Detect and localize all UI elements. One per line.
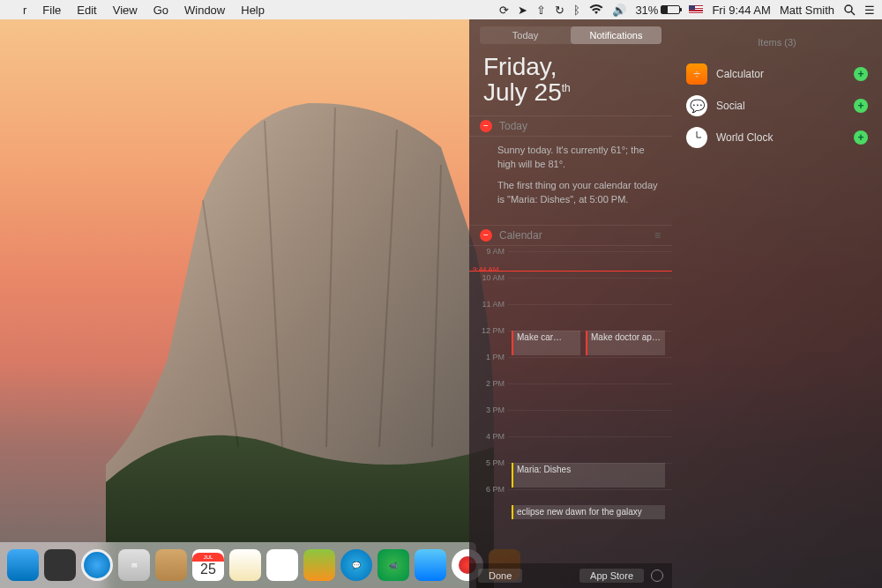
social-icon: 💬 — [686, 95, 707, 116]
nc-today-panel: Today Notifications Friday, July 25th − … — [469, 19, 672, 588]
calculator-icon: ÷ — [686, 63, 707, 85]
dock-contacts[interactable] — [155, 549, 187, 581]
dock-messages[interactable]: 💬 — [340, 549, 372, 581]
item-label: Calculator — [716, 68, 764, 80]
event-eclipse[interactable]: eclipse new dawn for the galaxy — [512, 505, 665, 519]
menu-app[interactable]: r — [23, 4, 26, 17]
calendar-widget-header[interactable]: − Calendar ≡ — [469, 225, 672, 246]
done-button[interactable]: Done — [478, 569, 522, 583]
menu-file[interactable]: File — [42, 4, 61, 17]
nc-footer: Done App Store — [469, 563, 672, 588]
nc-date-heading: Friday, July 25th — [469, 55, 672, 115]
notification-center: Today Notifications Friday, July 25th − … — [469, 19, 882, 588]
volume-icon[interactable]: 🔊 — [612, 4, 626, 17]
item-calculator[interactable]: ÷ Calculator + — [683, 58, 871, 90]
tab-today[interactable]: Today — [480, 26, 571, 44]
item-label: Social — [716, 100, 745, 112]
gear-icon[interactable] — [651, 569, 663, 582]
remove-today-widget[interactable]: − — [480, 120, 492, 132]
add-social-button[interactable]: + — [854, 99, 868, 113]
user-menu[interactable]: Matt Smith — [780, 4, 834, 17]
calendar-widget-title: Calendar — [499, 229, 542, 242]
status-icon[interactable]: ⟳ — [499, 4, 509, 17]
wifi-icon[interactable] — [589, 4, 603, 15]
svg-line-1 — [851, 11, 855, 15]
dock-finder[interactable] — [7, 549, 39, 581]
calendar-summary: The first thing on your calendar today i… — [497, 179, 658, 207]
clock-icon — [686, 127, 707, 148]
weather-summary: Sunny today. It's currently 61°; the hig… — [497, 144, 658, 172]
tab-notifications[interactable]: Notifications — [571, 26, 662, 44]
clock[interactable]: Fri 9:44 AM — [712, 4, 770, 17]
nc-tabs: Today Notifications — [480, 26, 662, 44]
today-widget-title: Today — [499, 120, 527, 132]
sync-icon[interactable]: ↻ — [555, 4, 564, 17]
dock-facetime[interactable]: 📹 — [377, 549, 409, 581]
drag-handle-icon[interactable]: ≡ — [654, 229, 662, 242]
dock-calendar[interactable]: JUL25 — [192, 549, 224, 581]
svg-point-0 — [845, 5, 852, 12]
now-indicator — [469, 271, 672, 272]
battery-status[interactable]: 31% — [635, 4, 680, 17]
dock: ✉ JUL25 💬 📹 — [0, 542, 476, 588]
today-widget-header[interactable]: − Today — [469, 115, 672, 137]
today-widget-body: Sunny today. It's currently 61°; the hig… — [469, 137, 672, 225]
event-make-car[interactable]: Make car… — [512, 331, 580, 355]
menubar: r File Edit View Go Window Help ⟳ ➤ ⇧ ↻ … — [0, 0, 882, 19]
nc-items-panel: Items (3) ÷ Calculator + 💬 Social + Worl… — [672, 19, 882, 588]
upload-icon[interactable]: ⇧ — [536, 4, 546, 17]
dock-reminders[interactable] — [266, 549, 298, 581]
dock-notes[interactable] — [229, 549, 261, 581]
dock-safari[interactable] — [81, 549, 113, 581]
menu-view[interactable]: View — [113, 4, 138, 17]
item-world-clock[interactable]: World Clock + — [683, 122, 871, 153]
dock-photobooth[interactable] — [415, 549, 446, 581]
remove-calendar-widget[interactable]: − — [480, 229, 492, 242]
calendar-widget-body: 9 AM 9:44 AM 10 AM 11 AM 12 PM Make car…… — [469, 246, 672, 563]
menu-help[interactable]: Help — [241, 4, 265, 17]
items-header: Items (3) — [683, 26, 871, 58]
location-icon[interactable]: ➤ — [518, 4, 527, 17]
event-maria-dishes[interactable]: Maria: Dishes — [512, 463, 665, 488]
menu-go[interactable]: Go — [153, 4, 168, 17]
spotlight-icon[interactable] — [843, 4, 856, 16]
menu-window[interactable]: Window — [184, 4, 225, 17]
menu-edit[interactable]: Edit — [77, 4, 96, 17]
event-make-doctor[interactable]: Make doctor ap… — [586, 331, 665, 355]
bluetooth-icon[interactable]: ᛒ — [573, 4, 580, 17]
notification-center-icon[interactable]: ☰ — [864, 4, 875, 17]
appstore-button[interactable]: App Store — [579, 569, 644, 583]
dock-launchpad[interactable] — [44, 549, 76, 581]
now-time-label: 9:44 AM — [473, 265, 498, 273]
dock-mail[interactable]: ✉ — [118, 549, 150, 581]
add-worldclock-button[interactable]: + — [854, 130, 868, 145]
input-source-icon[interactable] — [689, 5, 703, 14]
item-social[interactable]: 💬 Social + — [683, 90, 871, 122]
dock-maps[interactable] — [303, 549, 335, 581]
item-label: World Clock — [716, 131, 773, 144]
add-calculator-button[interactable]: + — [854, 67, 868, 81]
